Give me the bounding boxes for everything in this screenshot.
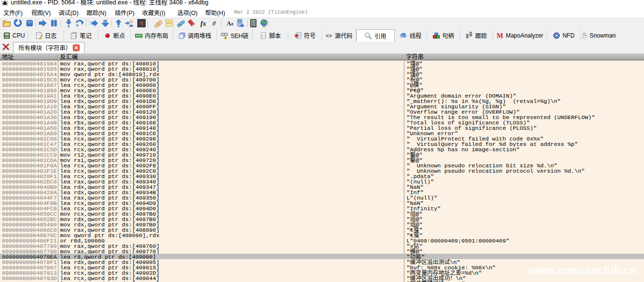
svg-text:S: S xyxy=(140,20,143,27)
svg-text:A: A xyxy=(227,20,232,27)
svg-text:fx: fx xyxy=(200,20,206,27)
svg-text:<>: <> xyxy=(261,34,265,38)
svg-text:z: z xyxy=(231,21,234,26)
svg-text:#: # xyxy=(212,20,216,27)
svg-text:M: M xyxy=(497,32,503,40)
svg-text:<>: <> xyxy=(326,33,333,39)
svg-text:64: 64 xyxy=(5,34,9,37)
